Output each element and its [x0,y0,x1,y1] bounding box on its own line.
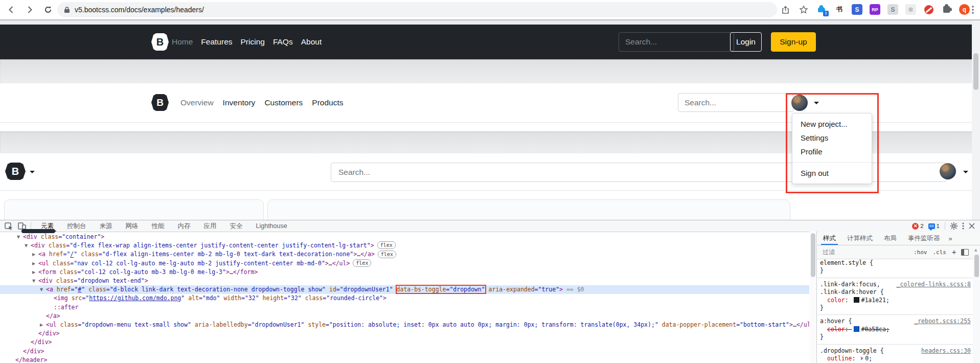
error-count-badge[interactable]: ✕ 2 [912,223,923,230]
elements-scrollbar-thumb[interactable] [811,233,815,277]
nav-link-customers[interactable]: Customers [260,98,307,107]
browser-menu-dots-icon[interactable] [966,3,980,17]
address-bar[interactable]: v5.bootcss.com/docs/examples/headers/ [57,2,777,17]
dom-tree-row[interactable]: </a> [0,312,809,321]
devtools-tab-应用[interactable]: 应用 [197,220,223,232]
dom-tree-row[interactable]: ▼<div class="dropdown text-end"> [0,277,809,285]
calligraphy-extension-icon[interactable]: 书 [834,4,845,15]
puzzle-extensions-icon[interactable] [941,4,952,15]
bookmark-star-icon[interactable] [796,3,811,17]
device-toolbar-icon[interactable] [18,222,26,230]
dom-tree-row[interactable]: <img src="https://github.com/mdo.png" al… [0,294,809,303]
login-button[interactable]: Login [730,32,762,52]
nav-link-products[interactable]: Products [307,98,348,107]
color-swatch[interactable] [854,297,859,303]
devtools-menu-dots-icon[interactable] [962,222,964,230]
styles-scrollbar-thumb[interactable] [974,255,979,277]
bird-notification-extension-icon[interactable]: ! [816,4,827,15]
devtools-tab-来源[interactable]: 来源 [93,220,119,232]
devtools-settings-gear-icon[interactable] [950,222,958,230]
css-selector[interactable]: .link-dark:focus,_colored-links.scss:8 [817,281,973,288]
forward-icon[interactable] [22,3,37,17]
flex-badge[interactable]: flex [378,251,396,258]
toggle-class-button[interactable]: .cls [933,249,947,256]
snowflake-extension-icon[interactable]: ✻ [905,4,916,15]
devtools-tab-Lighthouse[interactable]: Lighthouse [249,220,294,232]
toggle-hover-state-button[interactable]: :hov [914,249,927,256]
devtools-tab-网络[interactable]: 网络 [119,220,145,232]
expand-arrow-icon[interactable]: ▶ [32,268,38,277]
expand-arrow-icon[interactable]: ▶ [32,250,38,259]
styles-tab-布局[interactable]: 布局 [878,232,902,245]
dom-tree-row[interactable]: ▶<a href="/" class="d-flex align-items-c… [0,250,809,259]
bootstrap-logo-dropdown[interactable]: B [5,163,26,180]
styles-tab-样式[interactable]: 样式 [817,232,841,245]
light-header-search-input[interactable] [678,93,793,112]
user-avatar-2[interactable] [940,163,956,179]
dom-tree-row[interactable]: </div> [0,338,809,347]
expand-arrow-icon[interactable]: ▶ [40,321,46,329]
blocker-extension-icon[interactable] [923,4,934,15]
nav-link-about[interactable]: About [297,37,326,47]
more-tabs-chevron-icon[interactable]: » [946,235,955,242]
collapse-arrow-icon[interactable]: ▼ [17,233,23,241]
expand-arrow-icon[interactable]: ▶ [32,259,38,268]
devtools-tab-内存[interactable]: 内存 [171,220,197,232]
css-property[interactable]: color: #0a58ca; [817,326,973,333]
bootstrap-logo-dark[interactable]: B [151,94,169,111]
css-selector[interactable]: a:hover {_reboot.scss:255 [817,317,973,325]
page-scrollbar[interactable] [972,20,980,220]
dom-tree-row[interactable]: ▼<div class="container"> [0,233,809,241]
dom-tree-row[interactable]: </div> [0,347,809,356]
css-property[interactable]: color: #1a1e21; [817,297,973,304]
page-scrollbar-thumb[interactable] [973,53,978,90]
flex-badge[interactable]: flex [353,259,371,267]
s-gray-extension-icon[interactable]: S [887,4,898,15]
issue-count-badge[interactable]: 1 [928,223,940,229]
reload-icon[interactable] [41,3,55,17]
nav-link-faqs[interactable]: FAQs [269,37,297,47]
style-filter-input[interactable] [822,248,895,256]
nav-link-inventory[interactable]: Inventory [218,98,260,107]
share-icon[interactable] [778,3,792,17]
devtools-tab-性能[interactable]: 性能 [145,220,171,232]
signup-button[interactable]: Sign-up [771,32,816,52]
stylesheet-source-link[interactable]: headers.css:30 [921,347,971,355]
dom-tree-row-selected[interactable]: ▼<a href="#" class="d-block link-dark te… [0,285,809,294]
brand-chevron-down-icon[interactable] [30,171,35,173]
inspect-element-icon[interactable] [5,222,13,230]
nav-link-features[interactable]: Features [197,37,236,47]
dom-tree-row[interactable]: ::after [0,303,809,312]
collapse-arrow-icon[interactable]: ▼ [32,277,38,285]
expand-shorthand-icon[interactable] [861,356,863,360]
dom-tree-row[interactable]: ▼<div class="d-flex flex-wrap align-item… [0,241,809,250]
new-style-rule-button[interactable]: + [952,248,956,256]
stylesheet-source-link[interactable]: _colored-links.scss:8 [897,281,971,288]
dom-tree-row[interactable]: ▶<ul class="nav col-12 col-lg-auto me-lg… [0,259,809,268]
back-icon[interactable] [4,3,18,17]
color-swatch[interactable] [854,326,859,332]
devtools-tab-安全[interactable]: 安全 [223,220,249,232]
avatar-chevron-down-icon[interactable] [963,171,968,173]
flex-badge[interactable]: flex [377,241,396,249]
css-selector[interactable]: element.style { [817,259,973,267]
styles-tab-事件监听器[interactable]: 事件监听器 [902,232,946,245]
devtools-tab-控制台[interactable]: 控制台 [60,220,93,232]
s-blue-extension-icon[interactable]: S [852,4,862,15]
dom-tree-row[interactable]: ▶<form class="col-12 col-lg-auto mb-3 mb… [0,268,809,277]
dom-tree-row[interactable]: </div> [0,329,809,338]
styles-tab-计算样式[interactable]: 计算样式 [841,232,878,245]
nav-link-pricing[interactable]: Pricing [237,37,269,47]
dark-header-search-input[interactable] [619,32,734,52]
collapse-arrow-icon[interactable]: ▼ [25,241,31,250]
dom-tree-row[interactable]: ▶<ul class="dropdown-menu text-small sho… [0,321,809,329]
scroll-up-arrow-icon[interactable]: ▲ [974,248,977,252]
bootstrap-logo-light[interactable]: B [151,33,169,51]
stylesheet-source-link[interactable]: _reboot.scss:255 [914,317,971,325]
rp-purple-extension-icon[interactable]: RP [870,4,880,15]
css-selector[interactable]: .link-dark:hover { [817,288,973,296]
sidebar-pane-toggle-icon[interactable] [961,249,969,256]
elements-scrollbar[interactable] [810,232,816,363]
styles-scrollbar[interactable]: ▲ [973,245,980,363]
nav-link-home[interactable]: Home [168,37,197,47]
